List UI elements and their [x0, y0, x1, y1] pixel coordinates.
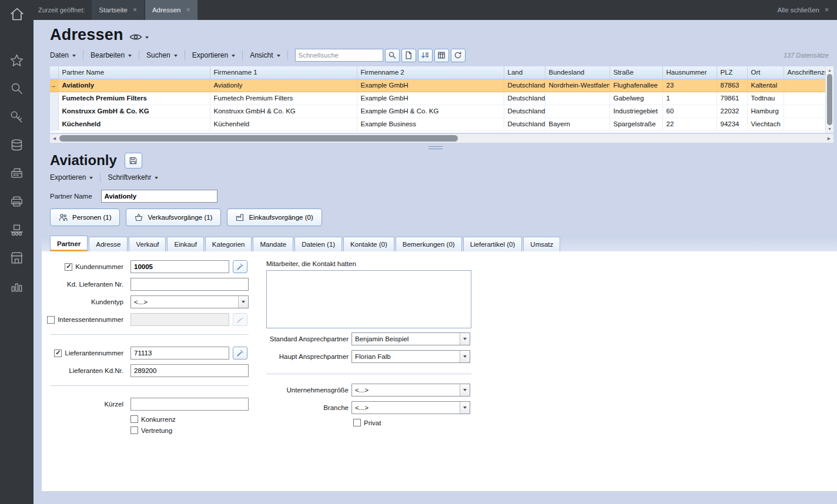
- lieferantennummer-checkbox[interactable]: [54, 350, 62, 357]
- menu-daten[interactable]: Daten: [50, 49, 81, 62]
- column-header-strasse[interactable]: Straße: [610, 66, 662, 79]
- table-row[interactable]: → Aviationly Aviationly Example GmbH Deu…: [50, 79, 825, 92]
- scrollbar-thumb[interactable]: [827, 74, 832, 125]
- column-header-land[interactable]: Land: [504, 66, 545, 79]
- save-button[interactable]: [125, 153, 142, 169]
- column-header-hausnummer[interactable]: Hausnummer: [662, 66, 717, 79]
- standard-ansprechpartner-select[interactable]: Benjamin Beispiel: [351, 332, 470, 345]
- kundennummer-checkbox[interactable]: [65, 263, 72, 271]
- column-chooser-button[interactable]: [434, 49, 449, 62]
- vertical-scrollbar[interactable]: ▲ ▼: [825, 66, 833, 133]
- scroll-right-arrow[interactable]: ▶: [825, 134, 833, 143]
- tab-dateien[interactable]: Dateien (1): [294, 237, 342, 251]
- menu-exportieren-detail[interactable]: Exportieren: [50, 171, 98, 184]
- scroll-up-arrow[interactable]: ▲: [826, 66, 833, 74]
- splitter-grip[interactable]: [428, 146, 443, 149]
- panel-splitter[interactable]: [34, 143, 837, 152]
- konkurrenz-checkbox[interactable]: [130, 415, 138, 423]
- kundennummer-input[interactable]: [130, 260, 229, 273]
- scrollbar-track[interactable]: [59, 134, 825, 143]
- horizontal-scrollbar[interactable]: ◀ ▶: [50, 134, 833, 143]
- kundentyp-select[interactable]: <...>: [130, 295, 249, 308]
- haupt-ansprechpartner-select[interactable]: Florian Falb: [351, 350, 470, 363]
- vertretung-checkbox[interactable]: [130, 426, 138, 434]
- kd-lieferanten-nr-input[interactable]: [130, 278, 249, 291]
- table-cell: Fumetech Premium Filters: [210, 92, 357, 105]
- close-all-button[interactable]: Alle schließen ×: [777, 6, 837, 14]
- table-cell: 22032: [717, 105, 747, 117]
- scroll-left-arrow[interactable]: ◀: [50, 134, 59, 143]
- divider: [50, 385, 249, 386]
- refresh-button[interactable]: [451, 49, 466, 62]
- kundennummer-generate-button[interactable]: [233, 260, 247, 273]
- menu-exportieren[interactable]: Exportieren: [188, 49, 240, 62]
- database-icon[interactable]: [7, 135, 27, 155]
- production-icon[interactable]: [7, 220, 27, 240]
- tab-mandate[interactable]: Mandate: [253, 237, 293, 251]
- window-tab-adressen[interactable]: Adressen ×: [145, 0, 197, 20]
- scroll-down-arrow[interactable]: ▼: [826, 125, 833, 133]
- menu-bearbeiten[interactable]: Bearbeiten: [86, 49, 136, 62]
- branche-select[interactable]: <...>: [351, 401, 470, 414]
- quick-search-input[interactable]: [295, 49, 383, 62]
- chevron-down-icon: [277, 55, 280, 57]
- cash-register-icon[interactable]: [7, 163, 27, 183]
- verkaufsvorgaenge-button[interactable]: Verkaufsvorgänge (1): [126, 209, 221, 226]
- search-icon[interactable]: [7, 79, 27, 99]
- star-icon[interactable]: [7, 51, 27, 70]
- menu-schriftverkehr[interactable]: Schriftverkehr: [103, 171, 163, 184]
- close-icon[interactable]: ×: [186, 6, 190, 14]
- window-tab-label: Startseite: [99, 6, 128, 14]
- sort-button[interactable]: [418, 49, 433, 62]
- column-header-plz[interactable]: PLZ: [717, 66, 747, 79]
- field-unternehmensgroesse: Unternehmensgröße <...>: [266, 384, 519, 397]
- mitarbeiter-listbox[interactable]: [266, 270, 471, 328]
- menu-suchen[interactable]: Suchen: [142, 49, 182, 62]
- row-indicator: [50, 105, 58, 117]
- column-header-bundesland[interactable]: Bundesland: [545, 66, 610, 79]
- table-cell: [784, 117, 825, 130]
- column-header-partner-name[interactable]: Partner Name: [58, 66, 210, 79]
- lieferanten-kd-nr-input[interactable]: [130, 364, 249, 377]
- table-row[interactable]: Konstruxx GmbH & Co. KG Konstruxx GmbH &…: [50, 105, 825, 117]
- column-header-anschriftenzusatz[interactable]: Anschriftenzu: [784, 66, 825, 79]
- kuerzel-label: Kürzel: [104, 401, 123, 408]
- export-document-button[interactable]: [401, 49, 416, 62]
- tab-kategorien[interactable]: Kategorien: [205, 237, 252, 251]
- table-row[interactable]: Fumetech Premium Filters Fumetech Premiu…: [50, 92, 825, 105]
- kuerzel-input[interactable]: [130, 398, 249, 411]
- printer-icon[interactable]: [7, 191, 27, 211]
- partner-name-input[interactable]: [101, 190, 217, 203]
- column-header-firmenname-1[interactable]: Firmenname 1: [210, 66, 357, 79]
- key-icon[interactable]: [7, 107, 27, 127]
- lieferantennummer-input[interactable]: [130, 347, 229, 359]
- window-tab-startseite[interactable]: Startseite ×: [92, 0, 144, 20]
- column-header-ort[interactable]: Ort: [747, 66, 784, 79]
- close-icon[interactable]: ×: [133, 6, 137, 14]
- tab-umsatz[interactable]: Umsatz: [523, 237, 560, 251]
- lieferantennummer-generate-button[interactable]: [233, 347, 247, 359]
- view-selector-button[interactable]: [129, 33, 149, 41]
- tab-bemerkungen[interactable]: Bemerkungen (0): [396, 237, 462, 251]
- tab-kontakte[interactable]: Kontakte (0): [343, 237, 394, 251]
- quick-search-button[interactable]: [385, 49, 400, 62]
- scrollbar-thumb[interactable]: [59, 135, 458, 142]
- interessentennummer-checkbox[interactable]: [47, 316, 55, 324]
- field-interessentennummer: Interessentennummer: [42, 313, 259, 326]
- personen-button[interactable]: Personen (1): [50, 209, 120, 226]
- menu-ansicht[interactable]: Ansicht: [245, 49, 284, 62]
- tab-partner[interactable]: Partner: [50, 236, 88, 251]
- tab-einkauf[interactable]: Einkauf: [167, 237, 203, 251]
- lieferanten-kd-nr-label: Lieferanten Kd.Nr.: [69, 367, 123, 374]
- privat-checkbox[interactable]: [353, 419, 361, 426]
- tab-verkauf[interactable]: Verkauf: [129, 237, 166, 251]
- bar-chart-icon[interactable]: [7, 276, 27, 296]
- store-icon[interactable]: [7, 248, 27, 268]
- column-header-firmenname-2[interactable]: Firmenname 2: [357, 66, 504, 79]
- table-row[interactable]: Küchenheld Küchenheld Example Business D…: [50, 117, 825, 130]
- home-icon[interactable]: [7, 4, 27, 24]
- unternehmensgroesse-select[interactable]: <...>: [351, 384, 470, 397]
- tab-lieferartikel[interactable]: Lieferartikel (0): [463, 237, 523, 251]
- tab-adresse[interactable]: Adresse: [89, 237, 128, 251]
- einkaufsvorgaenge-button[interactable]: Einkaufsvorgänge (0): [227, 209, 322, 226]
